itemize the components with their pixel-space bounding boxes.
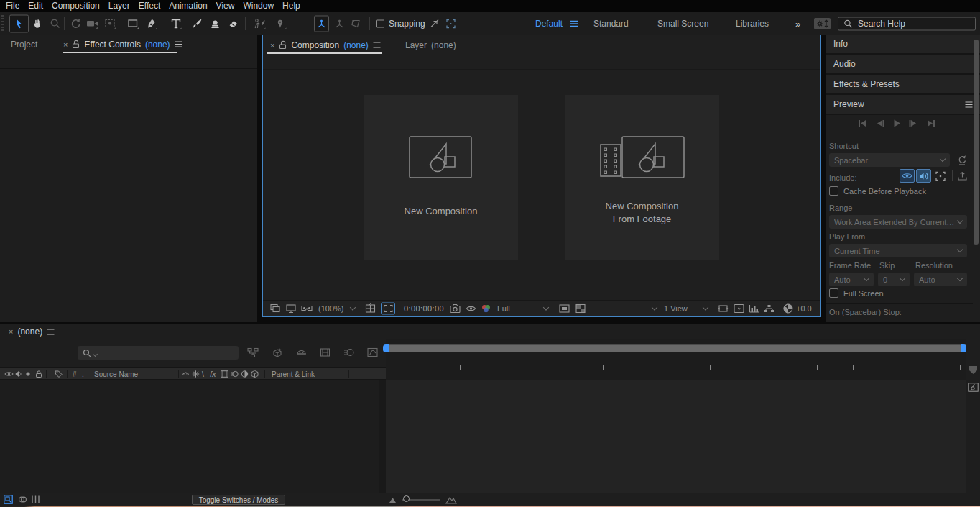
- zoom-in-mountain-icon[interactable]: [445, 495, 457, 504]
- lock-icon[interactable]: [72, 40, 80, 49]
- solo-column-icon[interactable]: [25, 371, 31, 377]
- composition-target[interactable]: (none): [343, 40, 369, 50]
- share-view-icon[interactable]: [718, 304, 729, 313]
- video-column-icon[interactable]: [4, 370, 14, 377]
- comp-marker-bin-icon[interactable]: [969, 365, 978, 375]
- grid-guides-icon[interactable]: [365, 303, 376, 314]
- project-tab[interactable]: Project: [11, 35, 37, 54]
- next-frame-button[interactable]: [909, 119, 919, 128]
- menu-edit[interactable]: Edit: [24, 0, 47, 12]
- source-name-column-header[interactable]: Source Name: [94, 370, 138, 378]
- workspace-tab-libraries[interactable]: Libraries: [736, 19, 769, 29]
- always-preview-icon[interactable]: [270, 304, 280, 314]
- snapshot-camera-icon[interactable]: [450, 304, 461, 314]
- first-frame-button[interactable]: [857, 119, 867, 128]
- shortcut-select[interactable]: Spacebar: [829, 153, 950, 167]
- channels-icon[interactable]: [481, 303, 491, 314]
- include-audio-toggle[interactable]: [916, 169, 931, 183]
- magnification-value[interactable]: (100%): [318, 304, 343, 313]
- snap-boundaries-icon[interactable]: [445, 18, 456, 29]
- previous-frame-button[interactable]: [874, 119, 884, 128]
- expand-inout-button[interactable]: [31, 495, 40, 504]
- lock-icon[interactable]: [279, 40, 287, 50]
- snapping-checkbox[interactable]: [376, 19, 384, 27]
- right-panel-scrollbar[interactable]: [974, 40, 979, 245]
- playhead[interactable]: [383, 344, 389, 352]
- panel-menu-icon[interactable]: [373, 42, 381, 48]
- motion-blur-icon[interactable]: [343, 347, 354, 357]
- toggle-switches-modes-button[interactable]: Toggle Switches / Modes: [192, 495, 285, 505]
- menu-window[interactable]: Window: [239, 0, 278, 12]
- workspace-tab-small-screen[interactable]: Small Screen: [657, 19, 708, 29]
- resolution-select[interactable]: Auto: [914, 273, 967, 286]
- preview-in-viewer-icon[interactable]: [957, 171, 968, 181]
- frame-blend-switch-icon[interactable]: [221, 370, 228, 378]
- toolbar-grip[interactable]: [1, 15, 4, 32]
- dot-column-header[interactable]: .: [82, 370, 84, 378]
- hand-tool-button[interactable]: [32, 18, 43, 29]
- roto-brush-tool-button[interactable]: [253, 17, 266, 29]
- last-frame-button[interactable]: [926, 119, 936, 128]
- close-icon[interactable]: ×: [9, 327, 13, 336]
- workspace-menu-icon[interactable]: [570, 19, 579, 27]
- menu-effect[interactable]: Effect: [134, 0, 165, 12]
- panel-menu-icon[interactable]: [47, 329, 55, 335]
- sync-settings-icon[interactable]: [814, 18, 831, 29]
- preview-section-header[interactable]: Preview: [826, 95, 980, 115]
- menu-help[interactable]: Help: [278, 0, 305, 12]
- rectangle-tool-button[interactable]: [127, 18, 139, 29]
- work-area-bar[interactable]: [386, 344, 966, 352]
- effect-controls-target[interactable]: (none): [145, 40, 170, 50]
- collapse-switch-icon[interactable]: [192, 370, 200, 378]
- monitor-icon[interactable]: [286, 304, 296, 314]
- workspace-tab-standard[interactable]: Standard: [593, 19, 629, 29]
- show-snapshot-icon[interactable]: [466, 304, 476, 313]
- selection-tool-button[interactable]: [9, 14, 29, 32]
- work-area-end-handle[interactable]: [961, 344, 966, 352]
- new-composition-card[interactable]: New Composition: [364, 95, 518, 260]
- shy-switch-icon[interactable]: [182, 370, 190, 378]
- frame-rate-select[interactable]: Auto: [829, 273, 874, 286]
- lock-column-icon[interactable]: [35, 370, 42, 378]
- timecode[interactable]: 0:00:00:00: [404, 304, 444, 313]
- parent-link-column-header[interactable]: Parent & Link: [272, 370, 315, 378]
- zoom-tool-button[interactable]: [50, 18, 61, 29]
- audio-section-header[interactable]: Audio: [826, 55, 980, 75]
- new-composition-from-footage-card[interactable]: New Composition From Footage: [565, 95, 719, 260]
- type-tool-button[interactable]: [170, 18, 182, 29]
- timeline-search-box[interactable]: [78, 346, 239, 360]
- index-column-header[interactable]: #: [73, 370, 77, 378]
- exposure-value[interactable]: +0.0: [796, 304, 812, 313]
- panel-menu-icon[interactable]: [175, 41, 182, 47]
- play-button[interactable]: [892, 119, 902, 128]
- audio-column-icon[interactable]: [15, 370, 22, 378]
- cache-before-playback-checkbox[interactable]: [829, 186, 838, 196]
- view-layout-value[interactable]: 1 View: [664, 304, 688, 313]
- skip-select[interactable]: 0: [878, 273, 910, 286]
- effect-controls-tab[interactable]: × Effect Controls (none): [63, 35, 182, 54]
- include-video-toggle[interactable]: [900, 169, 915, 183]
- layer-tab[interactable]: Layer (none): [405, 35, 456, 55]
- mini-flowchart-icon[interactable]: [247, 347, 259, 357]
- comp-mini-icon[interactable]: [968, 383, 979, 392]
- pen-tool-button[interactable]: [146, 18, 158, 29]
- roi-icon[interactable]: [381, 303, 395, 315]
- reset-icon[interactable]: [956, 155, 967, 165]
- resolution-value[interactable]: Full: [497, 304, 510, 313]
- fast-previews-icon[interactable]: [734, 304, 744, 314]
- flowchart-icon[interactable]: [764, 304, 775, 313]
- graph-editor-icon[interactable]: [367, 347, 378, 357]
- stereo-3d-icon[interactable]: [301, 304, 313, 314]
- world-axis-mode-button[interactable]: [334, 18, 345, 29]
- time-ruler[interactable]: [386, 339, 966, 380]
- clone-stamp-tool-button[interactable]: [210, 18, 221, 29]
- workspace-tab-default[interactable]: Default: [535, 19, 563, 29]
- expand-transfer-controls-button[interactable]: [18, 495, 27, 504]
- snap-arrow-icon[interactable]: [429, 18, 440, 29]
- region-of-interest-icon[interactable]: [559, 304, 570, 314]
- range-select[interactable]: Work Area Extended By Current…: [829, 215, 967, 229]
- timeline-graph-icon[interactable]: [749, 304, 759, 313]
- exposure-icon[interactable]: [783, 303, 793, 314]
- zoom-out-mountain-icon[interactable]: [389, 496, 397, 503]
- brush-tool-button[interactable]: [191, 18, 203, 29]
